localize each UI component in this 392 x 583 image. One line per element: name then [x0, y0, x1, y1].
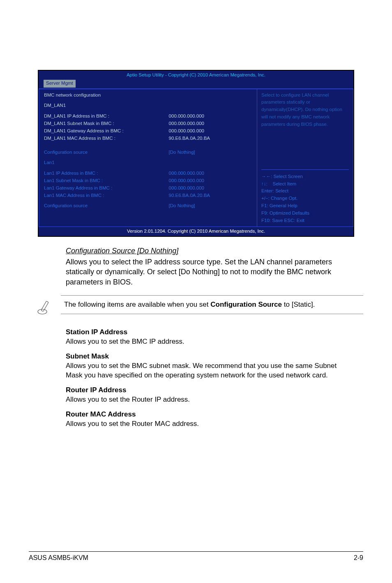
router-ip-body: Allows you to set the Router IP address.	[66, 395, 353, 405]
router-mac-heading: Router MAC Address	[66, 410, 353, 419]
router-mac-body: Allows you to set the Router MAC address…	[66, 419, 353, 429]
note-text-bold: Configuration Source	[210, 301, 282, 308]
footer-left: ASUS ASMB5-iKVM	[29, 554, 88, 562]
subnet-mask-heading: Subnet Mask	[66, 352, 353, 361]
bios-help-panel: Select to configure LAN channel paramete…	[257, 89, 353, 227]
footer-page-number: 2-9	[354, 554, 363, 562]
note-pencil-icon	[36, 295, 53, 318]
router-ip-heading: Router IP Address	[66, 386, 353, 394]
station-ip-heading: Station IP Address	[66, 328, 353, 336]
help-text: Select to configure LAN channel paramete…	[261, 92, 349, 128]
note-text-post: to [Static].	[282, 301, 315, 308]
dm-lan1-subnet-value: 000.000.000.000	[169, 120, 252, 127]
dm-lan1-mac-value: 90.E6.BA.0A.20.BA	[169, 135, 252, 142]
config-source-2-label[interactable]: Configuration source	[44, 202, 169, 210]
dm-lan1-ip-label: DM_LAN1 IP Address in BMC :	[44, 113, 169, 120]
lan1-subnet-label: Lan1 Subnet Mask in BMC :	[44, 177, 169, 185]
bios-tab-server-mgmt[interactable]: Server Mgmt	[44, 80, 76, 88]
dm-lan1-group: DM_LAN1	[44, 102, 169, 109]
svg-point-0	[38, 309, 47, 314]
legend-select-screen: Select Screen	[273, 174, 303, 179]
station-ip-body: Allows you to set the BMC IP address.	[66, 337, 353, 347]
dm-lan1-gateway-value: 000.000.000.000	[169, 127, 252, 135]
legend-f10: F10: Save ESC: Exit	[261, 217, 349, 224]
bios-screenshot: Aptio Setup Utility - Copyright (C) 2010…	[38, 70, 354, 237]
legend-f9: F9: Optimized Defaults	[261, 210, 349, 217]
dm-lan1-mac-label: DM_LAN1 MAC Address in BMC :	[44, 135, 169, 142]
subnet-mask-body: Allows you to set the BMC subnet mask. W…	[66, 361, 353, 380]
bios-main-panel: BMC network configuration DM_LAN1 DM_LAN…	[39, 89, 257, 227]
lan1-mac-value: 90.E6.BA.0A.20.BA	[169, 192, 252, 199]
lan1-group: Lan1	[44, 159, 169, 167]
lan1-ip-value: 000.000.000.000	[169, 170, 252, 177]
legend-f1: F1: General Help	[261, 202, 349, 210]
svg-rect-1	[41, 301, 48, 312]
legend-select-item: Select Item	[272, 181, 296, 186]
lan1-subnet-value: 000.000.000.000	[169, 177, 252, 185]
dm-lan1-gateway-label: DM_LAN1 Gateway Address in BMC :	[44, 127, 169, 135]
config-source-2-value[interactable]: [Do Nothing]	[169, 202, 252, 210]
config-source-1-label[interactable]: Configuration source	[44, 149, 169, 156]
lan1-mac-label: Lan1 MAC Address in BMC :	[44, 192, 169, 199]
note-text-pre: The following items are available when y…	[64, 301, 210, 308]
lan1-gateway-label: Lan1 Gateway Address in BMC :	[44, 185, 169, 192]
dm-lan1-ip-value: 000.000.000.000	[169, 113, 252, 120]
config-source-1-value[interactable]: [Do Nothing]	[169, 149, 252, 156]
config-source-body: Allows you to select the IP address sour…	[66, 257, 353, 287]
legend-enter: Enter: Select	[261, 187, 349, 195]
lan1-ip-label: Lan1 IP Address in BMC :	[44, 170, 169, 177]
legend-change-opt: +/−: Change Opt.	[261, 195, 349, 202]
dm-lan1-subnet-label: DM_LAN1 Subnet Mask in BMC :	[44, 120, 169, 127]
bios-version: Version 2.01.1204. Copyright (C) 2010 Am…	[39, 227, 353, 236]
bios-header: Aptio Setup Utility - Copyright (C) 2010…	[39, 71, 353, 80]
config-source-heading: Configuration Source [Do Nothing]	[66, 247, 353, 255]
bmc-network-config-title: BMC network configuration	[44, 92, 169, 99]
note-box: The following items are available when y…	[61, 295, 363, 314]
arrows-lr-icon: →←:	[261, 174, 273, 179]
arrows-ud-icon: ↑↓:	[261, 181, 272, 186]
lan1-gateway-value: 000.000.000.000	[169, 185, 252, 192]
